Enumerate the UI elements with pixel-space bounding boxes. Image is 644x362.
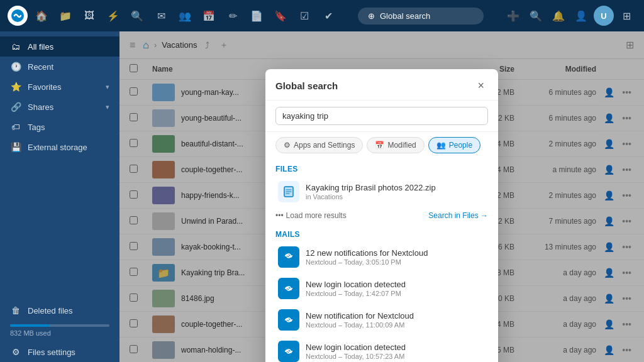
modal-header: Global search × bbox=[265, 69, 498, 101]
mail-result-item[interactable]: New login location detected Nextcloud – … bbox=[268, 273, 496, 304]
global-search-bar[interactable]: ⊕ Global search bbox=[358, 8, 484, 25]
sidebar-item-favorites[interactable]: ⭐ Favorites ▾ bbox=[0, 77, 119, 97]
load-more-dots: ••• bbox=[275, 211, 284, 220]
sidebar-item-shares-label: Shares bbox=[28, 102, 53, 112]
files-load-more-button[interactable]: ••• Load more results bbox=[275, 211, 347, 220]
apps-settings-icon: ⚙ bbox=[284, 141, 291, 150]
check-icon[interactable]: ✔ bbox=[318, 6, 338, 26]
all-files-icon: 🗂 bbox=[10, 41, 21, 52]
mail-result-item[interactable]: 12 new notifications for Nextcloud Nextc… bbox=[268, 241, 496, 273]
sidebar-bottom: 🗑 Deleted files 832 MB used ⚙ Files sett… bbox=[0, 300, 119, 362]
recent-icon: 🕐 bbox=[10, 62, 21, 72]
files-settings-label: Files settings bbox=[28, 348, 75, 357]
photos-icon[interactable]: 🖼 bbox=[79, 6, 99, 26]
main-content: ≡ ⌂ › Vacations ⤴ ＋ ⊞ Name Size Modified bbox=[119, 31, 644, 362]
modal-close-button[interactable]: × bbox=[474, 78, 488, 94]
files-icon[interactable]: 📁 bbox=[55, 6, 75, 26]
storage-used-label: 832 MB used bbox=[10, 329, 109, 337]
modified-icon: 📅 bbox=[375, 141, 384, 150]
mail-result-item[interactable]: New login location detected Nextcloud – … bbox=[268, 336, 496, 362]
search-input[interactable] bbox=[282, 111, 481, 121]
sidebar-item-external-storage[interactable]: 💾 External storage bbox=[0, 137, 119, 157]
contacts-icon[interactable]: 👥 bbox=[175, 6, 195, 26]
topnav-right-actions: ➕ 🔍 🔔 👤 U ⊞ bbox=[503, 6, 636, 26]
global-search-label: Global search bbox=[380, 11, 430, 21]
modal-body: Files Kayaking trip Brasil photos 2022.z… bbox=[265, 158, 498, 362]
file-result-item[interactable]: Kayaking trip Brasil photos 2022.zip in … bbox=[268, 176, 496, 207]
mail-result-text: 12 new notifications for Nextcloud Nextc… bbox=[306, 248, 486, 266]
tab-modified[interactable]: 📅 Modified bbox=[367, 137, 424, 153]
file-result-text: Kayaking trip Brasil photos 2022.zip in … bbox=[306, 183, 486, 200]
search-top-icon[interactable]: 🔍 bbox=[526, 6, 546, 26]
calendar-icon[interactable]: 📅 bbox=[199, 6, 219, 26]
mail-nc-icon bbox=[278, 278, 299, 299]
tab-people[interactable]: 👥 People bbox=[428, 137, 480, 153]
mails-section-title: Mails bbox=[265, 224, 498, 241]
nc-swirl-icon bbox=[282, 250, 295, 265]
tags-icon: 🏷 bbox=[10, 122, 21, 132]
mail-nc-icon bbox=[278, 309, 299, 331]
sidebar-item-recent[interactable]: 🕐 Recent bbox=[0, 57, 119, 77]
storage-usage: 832 MB used bbox=[0, 321, 119, 342]
tab-apps-settings[interactable]: ⚙ Apps and Settings bbox=[275, 137, 363, 153]
mail-result-title: New login location detected bbox=[306, 343, 486, 352]
files-section-title: Files bbox=[265, 158, 498, 176]
files-load-more-label: Load more results bbox=[286, 211, 347, 220]
grid-icon[interactable]: ⊞ bbox=[616, 6, 636, 26]
storage-bar-background bbox=[10, 324, 109, 327]
sidebar-item-all-files[interactable]: 🗂 All files bbox=[0, 36, 119, 57]
app-logo[interactable] bbox=[8, 6, 28, 26]
avatar[interactable]: U bbox=[594, 6, 614, 26]
search-in-files-label: Search in Files → bbox=[428, 211, 488, 220]
search-in-files-button[interactable]: Search in Files → bbox=[428, 211, 488, 220]
documents-icon[interactable]: 📄 bbox=[247, 6, 267, 26]
mail-result-item[interactable]: New notification for Nextcloud Nextcloud… bbox=[268, 304, 496, 336]
mail-result-text: New notification for Nextcloud Nextcloud… bbox=[306, 311, 486, 329]
lightning-icon[interactable]: ⚡ bbox=[103, 6, 123, 26]
bookmarks-icon[interactable]: 🔖 bbox=[270, 6, 291, 26]
sidebar-item-shares[interactable]: 🔗 Shares ▾ bbox=[0, 97, 119, 117]
mail-result-text: New login location detected Nextcloud – … bbox=[306, 280, 486, 297]
sidebar-item-all-files-label: All files bbox=[28, 42, 53, 52]
file-result-icon bbox=[278, 181, 299, 202]
file-result-subtitle: in Vacations bbox=[306, 193, 486, 200]
files-settings-item[interactable]: ⚙ Files settings bbox=[0, 342, 119, 362]
mail-result-subtitle: Nextcloud – Today, 1:42:07 PM bbox=[306, 290, 486, 297]
user-menu-icon[interactable]: 👤 bbox=[571, 6, 591, 26]
deleted-files-label: Deleted files bbox=[28, 306, 73, 315]
top-navigation: 🏠 📁 🖼 ⚡ 🔍 ✉ 👥 📅 ✏ 📄 🔖 ☑ ✔ ⊕ Global searc… bbox=[0, 0, 644, 31]
global-search-area: ⊕ Global search bbox=[342, 8, 499, 25]
favorites-expand: ▾ bbox=[106, 83, 109, 91]
deleted-files-item[interactable]: 🗑 Deleted files bbox=[0, 300, 119, 321]
tab-apps-settings-label: Apps and Settings bbox=[294, 141, 355, 150]
search-indicator: ⊕ bbox=[368, 11, 375, 21]
mail-result-subtitle: Nextcloud – Today, 11:00:09 AM bbox=[306, 321, 486, 329]
notifications-icon[interactable]: 🔔 bbox=[548, 6, 569, 26]
sidebar-item-tags[interactable]: 🏷 Tags bbox=[0, 117, 119, 137]
mail-nc-icon bbox=[278, 341, 299, 362]
filter-tabs: ⚙ Apps and Settings 📅 Modified 👥 People bbox=[265, 132, 498, 158]
app-layout: 🗂 All files 🕐 Recent ⭐ Favorites ▾ 🔗 Sha… bbox=[0, 31, 644, 362]
mail-result-subtitle: Nextcloud – Today, 3:05:10 PM bbox=[306, 258, 486, 266]
modal-overlay[interactable]: Global search × ⚙ Apps and Settings bbox=[119, 31, 644, 362]
modal-title: Global search bbox=[275, 80, 338, 91]
tasks-icon[interactable]: ☑ bbox=[294, 6, 314, 26]
file-result-title: Kayaking trip Brasil photos 2022.zip bbox=[306, 183, 486, 192]
tab-people-label: People bbox=[449, 141, 472, 150]
files-load-more-row: ••• Load more results Search in Files → bbox=[265, 207, 498, 224]
mail-nc-icon bbox=[278, 246, 299, 268]
edit-icon[interactable]: ✏ bbox=[223, 6, 243, 26]
search-icon[interactable]: 🔍 bbox=[127, 6, 147, 26]
search-input-wrap bbox=[265, 101, 498, 132]
shares-expand: ▾ bbox=[106, 103, 109, 111]
mail-result-title: New login location detected bbox=[306, 280, 486, 289]
search-modal: Global search × ⚙ Apps and Settings bbox=[265, 69, 498, 362]
sidebar-item-tags-label: Tags bbox=[28, 123, 45, 132]
mail-result-text: New login location detected Nextcloud – … bbox=[306, 343, 486, 360]
home-icon[interactable]: 🏠 bbox=[31, 6, 52, 26]
sidebar-item-external-storage-label: External storage bbox=[28, 143, 87, 152]
mail-result-title: 12 new notifications for Nextcloud bbox=[306, 248, 486, 258]
add-icon[interactable]: ➕ bbox=[503, 6, 523, 26]
people-icon: 👥 bbox=[436, 141, 446, 150]
mail-icon[interactable]: ✉ bbox=[151, 6, 171, 26]
